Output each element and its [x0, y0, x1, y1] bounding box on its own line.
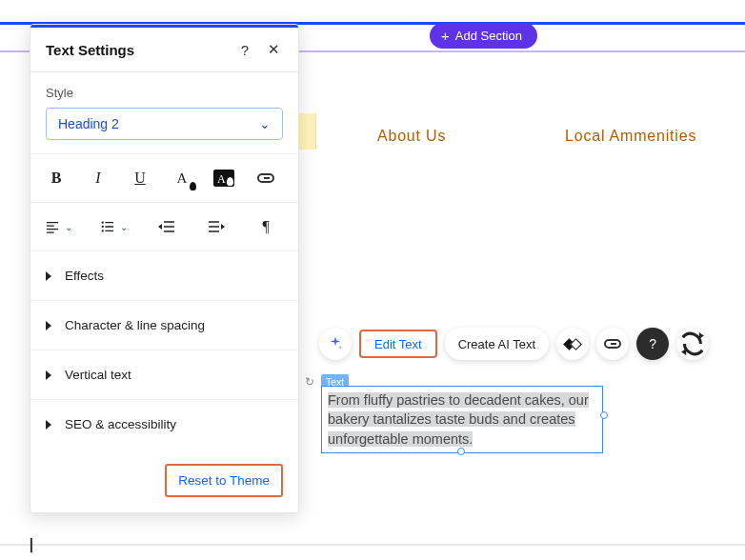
list-bullets-icon — [101, 220, 114, 233]
chevron-down-icon: ⌄ — [259, 116, 271, 131]
chevron-down-icon: ⌄ — [65, 222, 72, 232]
align-button[interactable]: ⌄ — [46, 220, 72, 233]
text-direction-button[interactable]: ¶ — [255, 216, 276, 237]
highlight-color-button[interactable]: A — [213, 168, 234, 189]
animation-icon — [566, 340, 579, 349]
question-icon: ? — [649, 336, 656, 351]
align-left-icon — [46, 220, 59, 233]
link-button[interactable] — [255, 168, 276, 189]
chevron-right-icon — [46, 370, 51, 380]
edit-text-button[interactable]: Edit Text — [359, 330, 437, 358]
indent-increase-button[interactable] — [206, 216, 227, 237]
svg-point-0 — [102, 221, 104, 223]
style-select-value: Heading 2 — [58, 116, 119, 131]
font-color-button[interactable]: A — [171, 168, 192, 189]
accordion-vertical-text[interactable]: Vertical text — [30, 350, 298, 400]
accordion-effects[interactable]: Effects — [30, 251, 298, 301]
accordion-label: Character & line spacing — [65, 318, 205, 332]
chevron-right-icon — [46, 420, 51, 430]
accordion-seo[interactable]: SEO & accessibility — [30, 400, 298, 449]
sparkle-icon — [327, 335, 344, 352]
text-format-toolbar: B I U A A — [30, 154, 298, 203]
chevron-down-icon: ⌄ — [120, 222, 128, 232]
chevron-right-icon — [46, 321, 51, 330]
swap-button[interactable] — [676, 328, 709, 360]
style-section: Style Heading 2 ⌄ — [30, 72, 298, 154]
close-icon[interactable]: ✕ — [264, 41, 283, 58]
add-section-label: Add Section — [455, 29, 522, 43]
rotate-handle-icon[interactable]: ↻ — [302, 374, 317, 390]
indent-increase-icon — [208, 220, 225, 233]
highlight-drop-icon — [227, 177, 233, 186]
accordion-label: SEO & accessibility — [65, 417, 176, 431]
create-ai-text-button[interactable]: Create AI Text — [445, 328, 549, 360]
help-icon[interactable]: ? — [235, 42, 254, 58]
panel-footer: Reset to Theme — [30, 449, 298, 512]
add-section-button[interactable]: + Add Section — [430, 23, 537, 49]
bold-button[interactable]: B — [46, 168, 67, 189]
accordion-spacing[interactable]: Character & line spacing — [30, 301, 298, 350]
resize-handle-right[interactable] — [600, 411, 608, 419]
indent-decrease-button[interactable] — [156, 216, 177, 237]
help-button[interactable]: ? — [636, 328, 669, 360]
list-button[interactable]: ⌄ — [101, 220, 128, 233]
link-button[interactable] — [596, 328, 629, 360]
text-settings-panel: Text Settings ? ✕ Style Heading 2 ⌄ B I … — [30, 24, 299, 513]
svg-point-1 — [102, 226, 104, 228]
reset-to-theme-button[interactable]: Reset to Theme — [165, 464, 283, 497]
panel-title: Text Settings — [46, 42, 235, 58]
accordion-label: Vertical text — [65, 368, 131, 382]
text-content[interactable]: From fluffy pastries to decadent cakes, … — [328, 392, 589, 447]
section-bottom-divider — [0, 544, 745, 546]
ai-sparkle-button[interactable] — [319, 328, 352, 360]
svg-point-2 — [102, 230, 104, 231]
nav-link-about[interactable]: About Us — [377, 128, 446, 145]
swap-icon — [676, 328, 709, 360]
resize-handle-bottom[interactable] — [457, 448, 465, 455]
chevron-right-icon — [46, 271, 51, 281]
nav-link-local[interactable]: Local Ammenities — [565, 128, 696, 145]
link-icon — [604, 339, 621, 349]
font-color-A-icon: A — [177, 170, 188, 187]
plus-icon: + — [441, 29, 450, 43]
style-select[interactable]: Heading 2 ⌄ — [46, 108, 283, 140]
drop-icon — [190, 182, 196, 190]
panel-header: Text Settings ? ✕ — [30, 28, 298, 72]
element-context-toolbar: Edit Text Create AI Text ? — [319, 328, 709, 360]
text-element[interactable]: From fluffy pastries to decadent cakes, … — [321, 386, 603, 453]
page-section-edge — [299, 113, 316, 150]
animation-button[interactable] — [556, 328, 589, 360]
editor-caret: ┃ — [28, 538, 35, 552]
highlight-A-icon: A — [217, 172, 226, 187]
italic-button[interactable]: I — [88, 168, 109, 189]
accordion-label: Effects — [65, 269, 104, 283]
link-icon — [257, 173, 274, 183]
style-field-label: Style — [46, 86, 283, 100]
underline-button[interactable]: U — [130, 168, 151, 189]
indent-decrease-icon — [158, 220, 175, 233]
paragraph-toolbar: ⌄ ⌄ ¶ — [30, 203, 298, 251]
